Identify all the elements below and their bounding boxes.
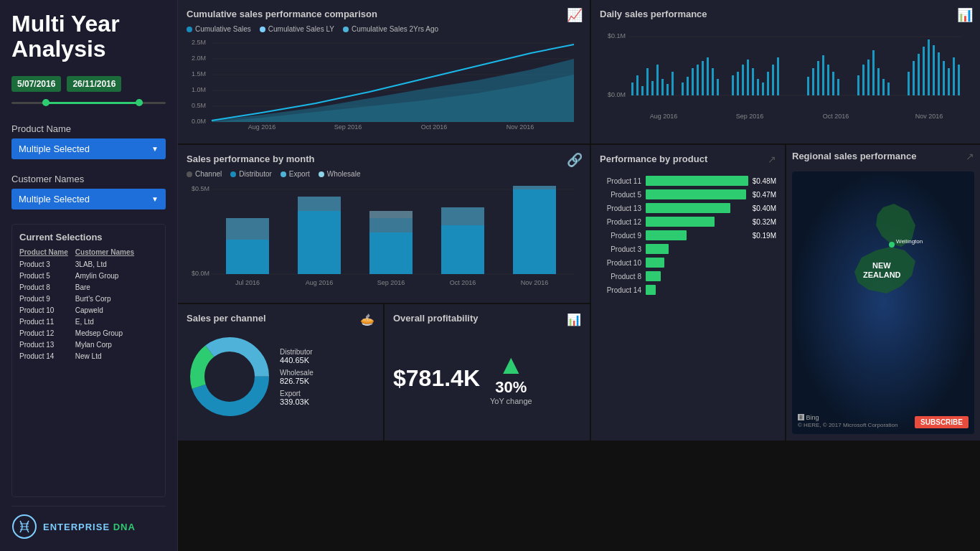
svg-rect-48 bbox=[757, 79, 759, 95]
dna-logo-icon bbox=[11, 514, 37, 540]
map-area: Wellington NEW ZEALAND SUBSCRIBE 🅱 Bing … bbox=[792, 171, 974, 434]
bar-row: Product 3 bbox=[600, 244, 776, 254]
svg-text:Oct 2016: Oct 2016 bbox=[450, 279, 476, 286]
daily-chart-icon[interactable]: 📊 bbox=[957, 7, 973, 23]
svg-rect-72 bbox=[933, 45, 935, 95]
bar-fill bbox=[646, 258, 664, 268]
monthly-sales-panel: Sales performance by month 🔗 Channel Dis… bbox=[178, 145, 590, 303]
bar-label: Product 12 bbox=[600, 218, 641, 226]
subscribe-button[interactable]: SUBSCRIBE bbox=[915, 416, 969, 428]
svg-rect-45 bbox=[742, 65, 744, 95]
svg-text:$0.5M: $0.5M bbox=[192, 185, 209, 192]
svg-rect-39 bbox=[702, 61, 704, 95]
date-start[interactable]: 5/07/2016 bbox=[11, 76, 61, 92]
profit-value: $781.4K bbox=[393, 365, 480, 392]
bar-fill bbox=[646, 244, 669, 254]
bar-row: Product 9$0.19M bbox=[600, 230, 776, 240]
svg-text:Jul 2016: Jul 2016 bbox=[235, 279, 260, 286]
channel-pie-icon[interactable]: 🥧 bbox=[360, 313, 374, 326]
legend-wholesale: Wholesale bbox=[319, 170, 361, 178]
slider-thumb-left[interactable] bbox=[42, 99, 50, 106]
svg-rect-31 bbox=[656, 65, 659, 95]
svg-rect-96 bbox=[513, 186, 556, 189]
svg-rect-59 bbox=[837, 79, 839, 95]
product-list-item: Product 12 bbox=[19, 328, 68, 339]
svg-rect-76 bbox=[953, 57, 955, 95]
date-slider[interactable] bbox=[11, 96, 166, 109]
svg-text:$0.0M: $0.0M bbox=[608, 91, 626, 98]
customer-list-item: 3LAB, Ltd bbox=[75, 259, 134, 270]
daily-title: Daily sales performance bbox=[600, 9, 971, 19]
bar-fill bbox=[646, 230, 687, 240]
profit-title: Overall profitability bbox=[393, 313, 478, 324]
cumulative-chart-icon[interactable]: 📈 bbox=[567, 7, 583, 23]
svg-rect-33 bbox=[666, 84, 669, 95]
regional-icon[interactable]: ↗ bbox=[966, 151, 974, 162]
svg-rect-57 bbox=[827, 65, 829, 95]
product-list-item: Product 14 bbox=[19, 351, 68, 362]
bar-row: Product 8 bbox=[600, 271, 776, 281]
channel-label-wholesale: Wholesale826.75K bbox=[280, 369, 314, 385]
svg-text:Nov 2016: Nov 2016 bbox=[915, 113, 943, 120]
svg-rect-32 bbox=[661, 79, 664, 95]
perf-product-title: Performance by product bbox=[600, 154, 707, 164]
customer-names-dropdown[interactable]: Multiple Selected ▼ bbox=[11, 189, 166, 209]
product-name-dropdown[interactable]: Multiple Selected ▼ bbox=[11, 138, 166, 159]
svg-rect-70 bbox=[923, 47, 925, 95]
svg-rect-37 bbox=[692, 68, 694, 95]
profit-pct: 30% bbox=[495, 378, 527, 397]
product-list-item: Product 5 bbox=[19, 270, 68, 282]
bar-row: Product 14 bbox=[600, 285, 776, 295]
perf-product-icon[interactable]: ↗ bbox=[768, 154, 776, 165]
svg-rect-71 bbox=[928, 39, 930, 95]
date-end[interactable]: 26/11/2016 bbox=[67, 76, 121, 92]
legend-cumulative-2yr: Cumulative Sales 2Yrs Ago bbox=[343, 25, 438, 33]
legend-dot-distributor bbox=[230, 171, 236, 177]
bar-value: $0.19M bbox=[753, 232, 776, 240]
bar-row: Product 5$0.47M bbox=[600, 189, 776, 199]
bar-label: Product 11 bbox=[600, 177, 641, 185]
svg-rect-42 bbox=[717, 79, 719, 95]
svg-text:Sep 2016: Sep 2016 bbox=[334, 123, 362, 131]
svg-rect-64 bbox=[877, 68, 880, 95]
bar-row: Product 12$0.32M bbox=[600, 217, 776, 227]
regional-panel: Regional sales performance ↗ Wellington … bbox=[786, 145, 980, 441]
bar-fill bbox=[646, 285, 656, 295]
svg-rect-44 bbox=[737, 72, 739, 95]
customer-names-value: Multiple Selected bbox=[19, 194, 90, 204]
svg-text:NEW: NEW bbox=[872, 261, 891, 270]
svg-text:Oct 2016: Oct 2016 bbox=[823, 113, 849, 120]
svg-text:Sep 2016: Sep 2016 bbox=[377, 279, 405, 286]
legend-dot-ly bbox=[260, 27, 265, 32]
footer-brand: ENTERPRISE DNA bbox=[43, 520, 136, 533]
svg-rect-60 bbox=[857, 75, 859, 95]
product-list-item: Product 13 bbox=[19, 339, 68, 351]
customer-list-item: New Ltd bbox=[75, 351, 134, 362]
monthly-title: Sales performance by month bbox=[187, 154, 581, 164]
slider-thumb-right[interactable] bbox=[136, 99, 143, 106]
channel-title: Sales per channel bbox=[187, 313, 266, 324]
customer-list-item: Mylan Corp bbox=[75, 339, 134, 351]
svg-text:Nov 2016: Nov 2016 bbox=[521, 279, 549, 286]
legend-dot-export bbox=[281, 171, 286, 177]
svg-rect-26 bbox=[631, 83, 633, 95]
bar-row: Product 11$0.48M bbox=[600, 176, 776, 186]
svg-rect-36 bbox=[687, 77, 689, 95]
bar-fill bbox=[646, 271, 661, 281]
monthly-legend: Channel Distributor Export Wholesale bbox=[187, 170, 581, 178]
svg-rect-55 bbox=[817, 61, 819, 95]
bar-fill bbox=[646, 189, 746, 199]
customer-list-item: Capweld bbox=[75, 305, 134, 316]
channel-labels: Distributor440.65K Wholesale826.75K Expo… bbox=[280, 348, 314, 406]
date-range: 5/07/2016 26/11/2016 bbox=[11, 76, 166, 92]
svg-rect-46 bbox=[747, 60, 749, 95]
legend-dot-channel bbox=[187, 171, 192, 177]
svg-rect-30 bbox=[651, 81, 654, 95]
profit-icon[interactable]: 📊 bbox=[567, 313, 581, 326]
svg-rect-58 bbox=[832, 72, 834, 95]
monthly-chart-icon[interactable]: 🔗 bbox=[567, 152, 583, 168]
svg-text:1.0M: 1.0M bbox=[192, 86, 206, 93]
svg-rect-50 bbox=[767, 72, 769, 95]
svg-rect-65 bbox=[882, 79, 885, 95]
svg-rect-28 bbox=[641, 86, 644, 95]
